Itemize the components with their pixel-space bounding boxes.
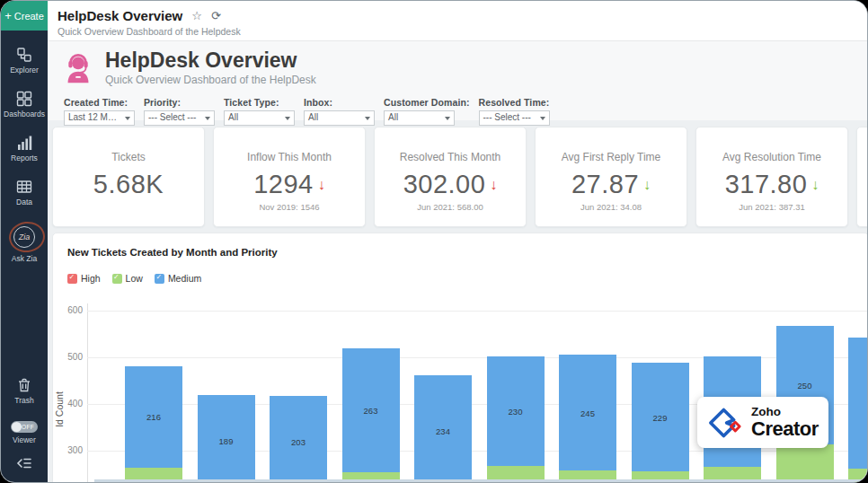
bar-value-label: 245 (559, 408, 616, 418)
plus-icon: + (4, 9, 12, 22)
dashboard-title: HelpDesk Overview (105, 49, 316, 72)
collapse-sidebar-icon[interactable] (16, 457, 32, 473)
chart-plot: Id Count 6005004003002161892032632342302… (53, 298, 868, 483)
reports-icon (16, 135, 32, 151)
toggle-state-label: OFF (22, 424, 34, 430)
kpi-title: Resolved This Month (375, 151, 526, 163)
kpi-card-resolved-this-month: Resolved This Month302.00↓Jun 2021: 568.… (374, 127, 527, 227)
kpi-card-partial (856, 127, 868, 227)
trend-down-arrow-icon: ↓ (318, 178, 325, 192)
kpi-comparison: Jun 2021: 387.31 (696, 202, 847, 212)
main-area: HelpDesk Overview ☆ ⟳ Quick Overview Das… (48, 1, 867, 482)
y-tick-label: 400 (53, 399, 83, 408)
kpi-card-inflow-this-month: Inflow This Month1294↓Nov 2019: 1546 (213, 127, 366, 227)
legend-checkbox-icon (67, 274, 77, 284)
sidebar: + Create ExplorerDashboardsReportsDataZi… (1, 1, 48, 482)
kpi-value-row: 317.80↓ (725, 170, 819, 199)
gridline (87, 311, 868, 312)
trash-icon (16, 377, 32, 393)
legend-label: Low (126, 273, 143, 284)
bar-value-label: 263 (342, 406, 400, 416)
kpi-value-row: 5.68K (93, 170, 164, 199)
kpi-comparison: Nov 2019: 1546 (214, 202, 365, 212)
sidebar-item-label: Ask Zia (12, 254, 37, 263)
kpi-card-tickets: Tickets5.68K (52, 127, 205, 227)
kpi-title: Inflow This Month (214, 151, 365, 163)
kpi-comparison: Jun 2021: 568.00 (375, 202, 526, 212)
zia-highlight-ring (7, 220, 46, 254)
sidebar-item-viewer[interactable]: OFFViewer (11, 421, 38, 444)
zoho-wordmark: Zoho (751, 406, 819, 418)
creator-wordmark: Creator (751, 418, 819, 439)
page-header: HelpDesk Overview ☆ ⟳ Quick Overview Das… (48, 1, 867, 41)
chart-legend: HighLowMedium (53, 258, 868, 284)
zoho-creator-icon (706, 404, 744, 442)
sidebar-item-ask-zia[interactable]: ZiaAsk Zia (8, 223, 40, 263)
page-title: HelpDesk Overview (58, 8, 182, 23)
kpi-title: Tickets (53, 151, 204, 163)
chart-title: New Tickets Created by Month and Priorit… (53, 233, 868, 258)
bar-medium-segment[interactable] (848, 338, 868, 469)
trend-down-arrow-icon: ↓ (811, 178, 819, 192)
filter-label: Customer Domain: (384, 97, 470, 108)
legend-checkbox-icon (155, 274, 164, 284)
kpi-value: 5.68K (93, 170, 164, 199)
refresh-icon[interactable]: ⟳ (211, 10, 221, 22)
y-tick-label: 300 (53, 445, 83, 455)
filter-label: Created Time: (64, 97, 135, 108)
trend-down-arrow-icon: ↓ (643, 178, 651, 192)
kpi-value-row: 1294↓ (253, 170, 325, 199)
helpdesk-agent-icon (59, 49, 97, 91)
kpi-value: 302.00 (403, 170, 486, 199)
legend-label: High (81, 273, 101, 284)
app-window: + Create ExplorerDashboardsReportsDataZi… (0, 0, 868, 483)
sidebar-item-reports[interactable]: Reports (11, 135, 38, 162)
legend-item-high[interactable]: High (67, 273, 101, 284)
sidebar-item-label: Reports (11, 154, 38, 162)
legend-item-medium[interactable]: Medium (155, 273, 201, 284)
filter-label: Inbox: (304, 97, 375, 108)
kpi-cards-row: Tickets5.68KInflow This Month1294↓Nov 20… (48, 120, 867, 233)
y-tick-label: 500 (53, 352, 83, 362)
kpi-value: 317.80 (725, 170, 808, 199)
kpi-card-avg-resolution-time: Avg Resolution Time317.80↓Jun 2021: 387.… (695, 127, 848, 227)
kpi-title: Avg First Reply Time (536, 151, 686, 163)
toggle-knob (12, 422, 22, 432)
sidebar-item-label: Viewer (13, 435, 36, 444)
filter-label: Priority: (144, 97, 215, 108)
zoho-creator-logo: Zoho Creator (697, 397, 828, 448)
bar-value-label: 189 (198, 436, 255, 446)
bar-value-label: 203 (270, 437, 327, 447)
favorite-star-icon[interactable]: ☆ (191, 10, 202, 22)
sidebar-item-dashboards[interactable]: Dashboards (4, 91, 45, 119)
kpi-title: Avg Resolution Time (696, 151, 847, 163)
filter-label: Resolved Time: (479, 97, 550, 108)
create-button[interactable]: + Create (1, 1, 48, 31)
y-axis-line (87, 303, 88, 483)
data-icon (16, 179, 32, 195)
kpi-value: 27.87 (571, 170, 639, 199)
bar-value-label: 234 (414, 426, 472, 436)
sidebar-item-data[interactable]: Data (16, 179, 32, 206)
filter-label: Ticket Type: (224, 97, 295, 108)
legend-item-low[interactable]: Low (112, 273, 143, 284)
bar-low-segment[interactable] (776, 444, 834, 483)
y-tick-label: 600 (53, 305, 83, 315)
bar-value-label: 229 (632, 413, 689, 423)
dashboard-hero: HelpDesk Overview Quick Overview Dashboa… (48, 41, 867, 120)
trend-down-arrow-icon: ↓ (490, 178, 497, 192)
kpi-value-row: 27.87↓ (571, 170, 651, 199)
bar-value-label: 216 (125, 412, 182, 422)
kpi-comparison: Jun 2021: 34.08 (536, 202, 686, 212)
kpi-card-avg-first-reply-time: Avg First Reply Time27.87↓Jun 2021: 34.0… (535, 127, 687, 227)
dashboard-subtitle: Quick Overview Dashboard of the HelpDesk (105, 74, 316, 86)
sidebar-item-explorer[interactable]: Explorer (10, 47, 39, 75)
legend-checkbox-icon (112, 274, 122, 284)
dashboards-icon (16, 91, 32, 107)
viewer-toggle[interactable]: OFF (11, 421, 38, 433)
kpi-value-row: 302.00↓ (403, 170, 498, 199)
y-axis-title: Id Count (54, 391, 65, 427)
zia-icon: Zia (8, 223, 40, 251)
sidebar-item-trash[interactable]: Trash (14, 377, 33, 405)
legend-label: Medium (168, 273, 201, 284)
